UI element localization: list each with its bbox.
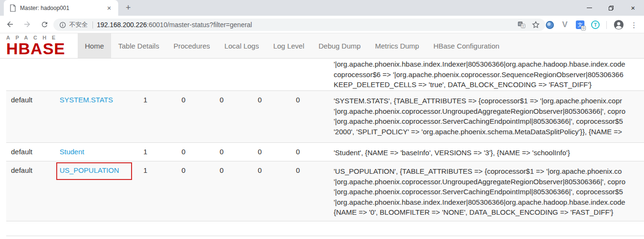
extensions-area: V 文G T ⋮ — [541, 18, 640, 31]
split-regions-cell: 0 — [241, 143, 279, 161]
extension-translate-button[interactable]: 文G — [574, 19, 586, 31]
url-path: :60010/master-status?filter=general — [147, 21, 252, 29]
table-row-system-stats: default SYSTEM.STATS 1 0 0 0 0 'SYSTEM.S… — [6, 90, 644, 142]
failed-regions-cell: 0 — [203, 143, 241, 161]
translate-icon: G 文 — [517, 20, 526, 29]
hbase-logo: APACHE HBASE — [0, 33, 78, 58]
google-translate-extension-icon: 文G — [576, 20, 584, 29]
nav-item-metrics-dump[interactable]: Metrics Dump — [368, 33, 427, 58]
window-close-button[interactable]: × — [622, 0, 644, 16]
extension-vue-button[interactable]: V — [559, 19, 571, 31]
window-controls: × — [578, 0, 644, 16]
table-name-cell: Student — [60, 143, 126, 161]
window-minimize-button[interactable] — [578, 0, 600, 16]
forward-button[interactable] — [20, 17, 34, 31]
other-regions-cell: 0 — [279, 143, 317, 161]
toolbar-separator — [606, 21, 607, 29]
tab-close-icon[interactable]: × — [105, 4, 113, 12]
table-link-system-stats[interactable]: SYSTEM.STATS — [60, 96, 113, 104]
table-row-us-population: default US_POPULATION 1 0 0 0 0 'US_POPU… — [6, 161, 644, 221]
browser-titlebar: Master: hadoop001 × + × — [0, 0, 644, 16]
other-regions-cell: 0 — [279, 161, 317, 221]
table-link-us-population[interactable]: US_POPULATION — [60, 166, 119, 174]
offline-regions-cell: 0 — [164, 143, 203, 161]
bookmark-button[interactable] — [530, 19, 542, 30]
nav-item-procedures[interactable]: Procedures — [166, 33, 217, 58]
nav-item-hbase-configuration[interactable]: HBase Configuration — [426, 33, 506, 58]
split-regions-cell: 0 — [241, 161, 279, 221]
tables-table: '|org.apache.phoenix.hbase.index.Indexer… — [6, 59, 644, 221]
reload-button[interactable] — [37, 17, 51, 31]
minimize-icon — [587, 8, 592, 8]
namespace-cell: default — [6, 91, 60, 142]
table-description: 'US_POPULATION', {TABLE_ATTRIBUTES => {c… — [317, 161, 644, 221]
hbase-navbar: APACHE HBASE Home Table Details Procedur… — [0, 33, 644, 59]
url-host: 192.168.200.226 — [97, 21, 147, 29]
offline-regions-cell: 0 — [164, 91, 203, 142]
info-icon[interactable] — [59, 21, 66, 29]
page-content: '|org.apache.phoenix.hbase.index.Indexer… — [0, 59, 644, 239]
security-label[interactable]: 不安全 — [69, 20, 88, 29]
offline-regions-cell: 0 — [164, 161, 203, 221]
browser-menu-button[interactable]: ⋮ — [628, 19, 640, 31]
close-icon: × — [631, 4, 635, 11]
address-separator — [92, 21, 93, 29]
profile-avatar-icon — [613, 20, 624, 30]
extension-tampermonkey-button[interactable]: T — [589, 19, 602, 31]
translate-page-button[interactable]: G 文 — [516, 19, 527, 30]
failed-regions-cell: 0 — [203, 161, 241, 221]
nav-item-log-level[interactable]: Log Level — [266, 33, 311, 58]
back-button[interactable] — [3, 17, 17, 31]
star-icon — [532, 20, 540, 29]
failed-regions-cell: 0 — [203, 91, 241, 142]
table-row-student: default Student 1 0 0 0 0 'Student', {NA… — [6, 142, 644, 161]
forward-arrow-icon — [23, 20, 31, 29]
online-regions-cell: 1 — [126, 161, 164, 221]
browser-toolbar: 不安全 192.168.200.226:60010/master-status?… — [0, 16, 644, 33]
swirl-extension-icon — [546, 21, 554, 29]
kebab-menu-icon: ⋮ — [631, 21, 638, 29]
table-description: '|org.apache.phoenix.hbase.index.Indexer… — [317, 59, 644, 90]
nav-item-table-details[interactable]: Table Details — [111, 33, 166, 58]
extension-swirl-button[interactable] — [543, 19, 556, 31]
tampermonkey-extension-icon: T — [591, 20, 600, 29]
online-regions-cell: 1 — [126, 91, 164, 142]
vue-extension-icon: V — [562, 20, 567, 30]
nav-item-local-logs[interactable]: Local Logs — [217, 33, 266, 58]
restore-icon — [609, 6, 613, 10]
address-bar[interactable]: 不安全 192.168.200.226:60010/master-status?… — [53, 19, 545, 31]
tab-title: Master: hadoop001 — [20, 5, 105, 11]
table-description: 'Student', {NAME => 'baseInfo', VERSIONS… — [317, 143, 644, 161]
reload-icon — [41, 20, 49, 29]
window-restore-button[interactable] — [600, 0, 622, 16]
url-text[interactable]: 192.168.200.226:60010/master-status?filt… — [97, 21, 513, 29]
nav-item-debug-dump[interactable]: Debug Dump — [311, 33, 368, 58]
back-arrow-icon — [6, 20, 14, 29]
online-regions-cell: 1 — [126, 143, 164, 161]
new-tab-button[interactable]: + — [123, 3, 133, 13]
page-icon — [10, 4, 16, 12]
table-name-cell: SYSTEM.STATS — [60, 91, 126, 142]
profile-button[interactable] — [613, 19, 625, 31]
split-regions-cell: 0 — [241, 91, 279, 142]
browser-tab[interactable]: Master: hadoop001 × — [4, 0, 118, 16]
other-regions-cell: 0 — [279, 91, 317, 142]
nav-item-home[interactable]: Home — [78, 33, 111, 58]
namespace-cell: default — [6, 161, 60, 221]
table-row-partial: '|org.apache.phoenix.hbase.index.Indexer… — [6, 59, 644, 90]
namespace-cell: default — [6, 143, 60, 161]
section-divider — [6, 236, 644, 236]
table-link-student[interactable]: Student — [60, 148, 84, 156]
svg-text:文: 文 — [521, 24, 524, 28]
table-description: 'SYSTEM.STATS', {TABLE_ATTRIBUTES => {co… — [317, 91, 644, 142]
hbase-nav-items: Home Table Details Procedures Local Logs… — [78, 33, 507, 58]
hbase-logo-text: HBASE — [6, 41, 78, 56]
table-name-cell: US_POPULATION — [60, 161, 126, 221]
